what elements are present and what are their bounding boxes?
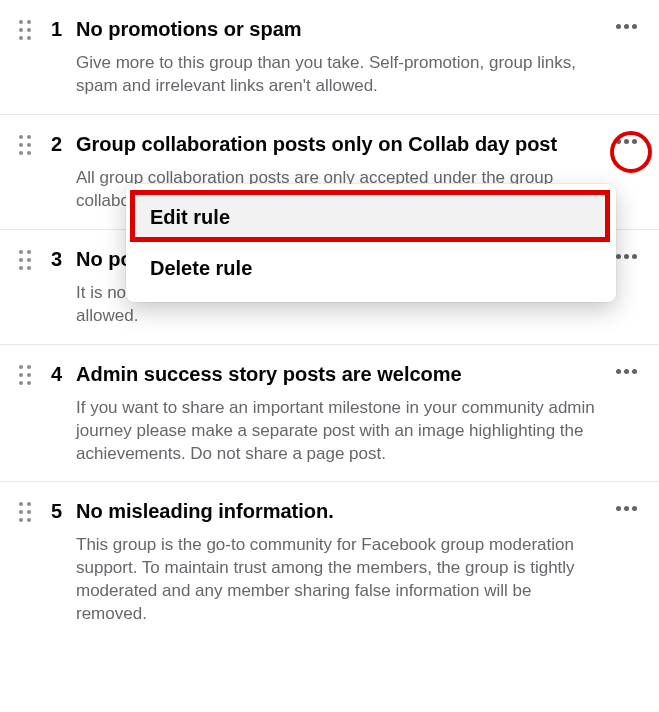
drag-column bbox=[12, 361, 40, 387]
rule-number: 4 bbox=[40, 361, 76, 386]
more-options-icon[interactable] bbox=[610, 133, 643, 150]
rule-title: No misleading information. bbox=[76, 498, 607, 524]
rule-description: If you want to share an important milest… bbox=[76, 397, 607, 466]
rule-options-menu: Edit rule Delete rule bbox=[126, 184, 616, 302]
more-options-icon[interactable] bbox=[610, 18, 643, 35]
rules-container: 1 No promotions or spam Give more to thi… bbox=[0, 0, 659, 642]
rule-title: Admin success story posts are welcome bbox=[76, 361, 607, 387]
rule-description: This group is the go-to community for Fa… bbox=[76, 534, 607, 626]
drag-handle-icon[interactable] bbox=[19, 365, 33, 387]
drag-handle-icon[interactable] bbox=[19, 250, 33, 272]
rule-content: No misleading information. This group is… bbox=[76, 498, 647, 626]
rule-number: 1 bbox=[40, 16, 76, 41]
drag-column bbox=[12, 131, 40, 157]
delete-rule-menu-item[interactable]: Delete rule bbox=[134, 243, 608, 294]
drag-handle-icon[interactable] bbox=[19, 135, 33, 157]
drag-column bbox=[12, 246, 40, 272]
drag-handle-icon[interactable] bbox=[19, 20, 33, 42]
drag-column bbox=[12, 16, 40, 42]
rules-list: 1 No promotions or spam Give more to thi… bbox=[0, 0, 659, 642]
edit-rule-menu-item[interactable]: Edit rule bbox=[134, 192, 608, 243]
rule-item: 4 Admin success story posts are welcome … bbox=[0, 345, 659, 483]
rule-number: 3 bbox=[40, 246, 76, 271]
more-options-icon[interactable] bbox=[610, 363, 643, 380]
rule-number: 5 bbox=[40, 498, 76, 523]
drag-column bbox=[12, 498, 40, 524]
rule-item: 1 No promotions or spam Give more to thi… bbox=[0, 0, 659, 115]
rule-content: Admin success story posts are welcome If… bbox=[76, 361, 647, 466]
rule-content: No promotions or spam Give more to this … bbox=[76, 16, 647, 98]
rule-title: Group collaboration posts only on Collab… bbox=[76, 131, 607, 157]
rule-title: No promotions or spam bbox=[76, 16, 607, 42]
drag-handle-icon[interactable] bbox=[19, 502, 33, 524]
rule-item: 5 No misleading information. This group … bbox=[0, 482, 659, 642]
rule-description: Give more to this group than you take. S… bbox=[76, 52, 607, 98]
rule-number: 2 bbox=[40, 131, 76, 156]
